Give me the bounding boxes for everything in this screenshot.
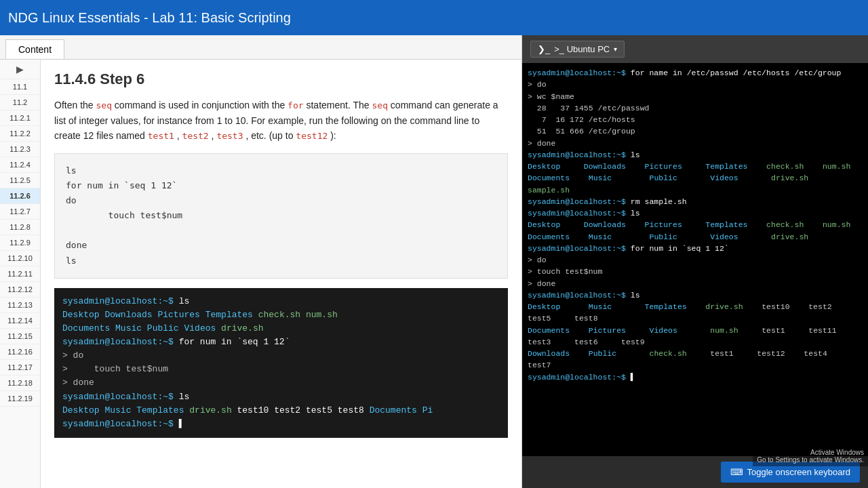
s3 <box>692 302 701 311</box>
tab-content[interactable]: Content <box>5 39 64 59</box>
sidebar-item-11-2-16[interactable]: 11.2.16 <box>0 344 40 360</box>
tr-drivesh-1: drive.sh <box>771 174 808 182</box>
tr-line-5: 7 16 172 /etc/hosts <box>528 114 863 125</box>
right-panel: ❯_ >_ Ubuntu PC ▾ sysadmin@localhost:~$ … <box>522 35 868 488</box>
s1 <box>574 232 584 241</box>
code-line-6: done <box>66 238 496 253</box>
term-documents-1: Documents <box>62 323 110 333</box>
tr-line-20: Desktop Music Templates drive.sh test10 … <box>528 301 863 325</box>
sidebar-item-11-2-19[interactable]: 11.2.19 <box>0 391 40 407</box>
s2 <box>631 220 640 229</box>
tr-line-16: > do <box>528 254 863 266</box>
tr-cmd-11: rm sample.sh <box>631 197 687 206</box>
tr-pictures-3: Pictures <box>589 326 626 335</box>
term-test10: test10 <box>237 405 269 415</box>
keyboard-label: Toggle onscreen keyboard <box>747 467 851 477</box>
term-templates-1: Templates <box>205 310 253 320</box>
tr-desktop-1: Desktop <box>528 162 560 171</box>
tr-numsh-2: num.sh <box>823 220 850 229</box>
tr-videos-2: Videos <box>710 232 738 241</box>
inline-for: for <box>288 100 303 110</box>
tr-line-17: > touch test$num <box>528 266 863 277</box>
s6 <box>832 349 846 358</box>
activate-watermark: Activate Windows Go to Settings to activ… <box>753 446 868 466</box>
tr-line-10: Documents Music Public Videos drive.sh s… <box>528 172 863 196</box>
inline-test2: test2 <box>182 131 209 141</box>
vm-selector-label: >_ Ubuntu PC <box>554 44 610 54</box>
sidebar-item-11-2-1[interactable]: 11.2.1 <box>0 110 40 126</box>
sidebar-expand[interactable]: ▶ <box>0 60 40 79</box>
sidebar-item-11-2-18[interactable]: 11.2.18 <box>0 375 40 391</box>
s4 <box>743 232 767 241</box>
term-prompt-3: sysadmin@localhost:~$ <box>62 392 174 402</box>
s2 <box>616 302 640 311</box>
keyboard-icon: ⌨ <box>730 467 743 477</box>
tr-videos-3: Videos <box>650 326 677 335</box>
tr-downloads-1: Downloads <box>584 162 626 171</box>
sidebar-item-11-2-4[interactable]: 11.2.4 <box>0 157 40 173</box>
term-line-6: > touch test$num <box>62 363 500 376</box>
sidebar-item-11-2-9[interactable]: 11.2.9 <box>0 235 40 251</box>
terminal-right[interactable]: sysadmin@localhost:~$ for name in /etc/p… <box>522 63 868 456</box>
s5 <box>790 326 804 335</box>
sidebar-item-11-2-7[interactable]: 11.2.7 <box>0 204 40 220</box>
tr-out-17: > touch test$num <box>528 267 602 276</box>
tr-out-2: > do <box>528 80 547 89</box>
s6 <box>842 326 851 335</box>
code-line-1: ls <box>66 163 496 178</box>
term-cmd-3: ls <box>179 392 190 402</box>
tr-music-3: Music <box>589 302 612 311</box>
sidebar-item-11-2-14[interactable]: 11.2.14 <box>0 313 40 329</box>
tr-test4-1: test4 <box>804 349 827 358</box>
term-drivesh-2: drive.sh <box>189 405 231 415</box>
tr-cmd-12: ls <box>631 209 640 218</box>
app-title: NDG Linux Essentials - Lab 11: Basic Scr… <box>8 10 291 26</box>
sidebar-item-11-2-17[interactable]: 11.2.17 <box>0 360 40 375</box>
term-line-2: Desktop Downloads Pictures Templates che… <box>62 308 500 322</box>
code-line-4: touch test$num <box>66 208 496 223</box>
term-checksh-1: check.sh <box>258 310 300 320</box>
tr-out-3: > wc $name <box>528 92 574 101</box>
tr-documents-2: Documents <box>528 232 570 241</box>
sidebar-item-11-2-13[interactable]: 11.2.13 <box>0 298 40 313</box>
sidebar-item-11-2-11[interactable]: 11.2.11 <box>0 266 40 282</box>
tr-line-21: Documents Pictures Videos num.sh test1 t… <box>528 325 863 348</box>
term-test8: test8 <box>338 405 364 415</box>
sidebar-item-11-1[interactable]: 11.1 <box>0 79 40 95</box>
sidebar-item-11-2-6[interactable]: 11.2.6 <box>0 188 40 204</box>
tr-test11-1: test11 <box>808 326 836 335</box>
tr-prompt-15: sysadmin@localhost:~$ <box>528 244 626 253</box>
sidebar-item-11-2-12[interactable]: 11.2.12 <box>0 282 40 298</box>
term-line-7: > done <box>62 376 500 390</box>
s4 <box>747 302 757 311</box>
s3 <box>682 326 706 335</box>
tr-test9-1: test9 <box>621 338 645 346</box>
vm-selector[interactable]: ❯_ >_ Ubuntu PC ▾ <box>530 41 625 58</box>
sidebar-item-11-2-10[interactable]: 11.2.10 <box>0 251 40 266</box>
sidebar-item-11-2-5[interactable]: 11.2.5 <box>0 173 40 188</box>
sidebar-item-11-2[interactable]: 11.2 <box>0 95 40 110</box>
activate-line1: Activate Windows <box>757 449 864 456</box>
code-line-3: do <box>66 193 496 208</box>
s1 <box>565 220 579 229</box>
term-pictures-1: Pictures <box>157 310 199 320</box>
sidebar-item-11-2-2[interactable]: 11.2.2 <box>0 126 40 142</box>
tr-test10-1: test10 <box>762 302 789 311</box>
tr-line-19: sysadmin@localhost:~$ ls <box>528 289 863 301</box>
terminal-left: sysadmin@localhost:~$ ls Desktop Downloa… <box>54 288 508 438</box>
sidebar-item-11-2-8[interactable]: 11.2.8 <box>0 220 40 235</box>
expand-icon: ▶ <box>16 64 24 75</box>
sidebar-item-11-2-15[interactable]: 11.2.15 <box>0 329 40 344</box>
tr-public-3: Public <box>589 349 616 358</box>
tr-documents-1: Documents <box>528 174 570 182</box>
tr-line-15: sysadmin@localhost:~$ for num in `seq 1 … <box>528 243 863 254</box>
term-test5: test5 <box>306 405 332 415</box>
s3 <box>687 220 701 229</box>
sidebar-item-11-2-3[interactable]: 11.2.3 <box>0 142 40 157</box>
main-layout: Content ▶ 11.1 11.2 11.2.1 11.2.2 11.2.3… <box>0 35 868 488</box>
term-cmd-1: ls <box>179 296 190 306</box>
tr-line-9: Desktop Downloads Pictures Templates che… <box>528 161 863 172</box>
tr-line-18: > done <box>528 278 863 289</box>
s3 <box>692 349 706 358</box>
s4 <box>743 326 757 335</box>
